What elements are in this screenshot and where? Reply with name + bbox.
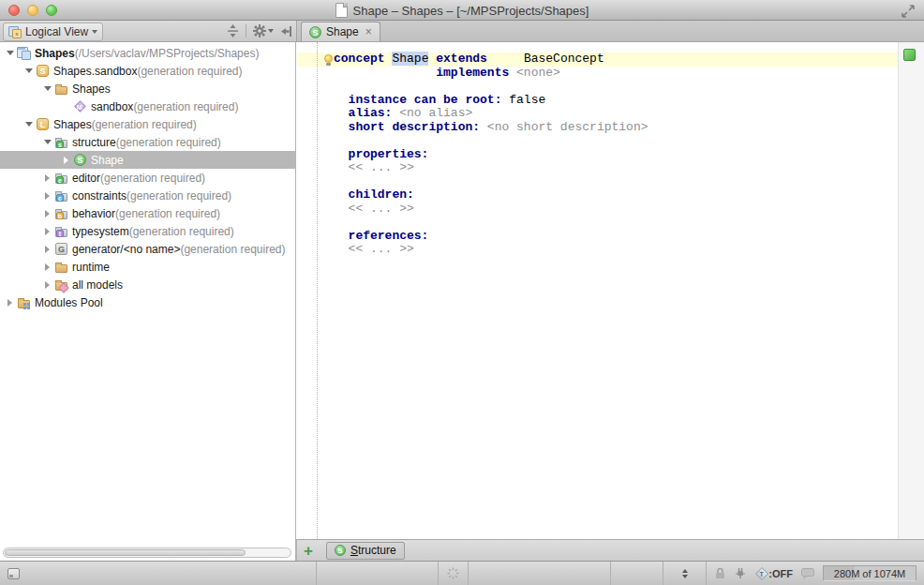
event-log-bubble-icon[interactable] <box>801 568 814 579</box>
code-line[interactable]: instance can be root: false <box>334 94 898 108</box>
keyword-text[interactable]: instance can be root: <box>349 93 502 107</box>
add-aspect-button[interactable]: + <box>304 543 313 559</box>
code-text[interactable] <box>509 66 516 80</box>
placeholder-text[interactable]: << ... >> <box>349 242 414 256</box>
expand-arrow-icon[interactable] <box>41 243 53 255</box>
code-line[interactable]: << ... >> <box>334 161 898 175</box>
tree-item-shapes[interactable]: LShapes (generation required) <box>0 115 295 133</box>
lock-icon[interactable] <box>715 567 725 579</box>
expand-arrow-icon[interactable] <box>41 207 53 219</box>
tree-item-generator-no-name[interactable]: Ggenerator/<no name> (generation require… <box>0 240 295 258</box>
status-selector-cell[interactable] <box>663 562 706 585</box>
code-text[interactable] <box>334 160 349 174</box>
expand-arrow-icon[interactable] <box>41 136 53 148</box>
keyword-text[interactable]: concept <box>334 52 385 66</box>
code-line[interactable] <box>334 216 898 230</box>
code-text[interactable]: false <box>501 93 545 107</box>
code-text[interactable] <box>334 202 349 216</box>
settings-gear-icon[interactable] <box>253 24 274 38</box>
expand-arrow-icon[interactable] <box>22 118 35 130</box>
concept-name-cell[interactable]: Shape <box>392 52 428 66</box>
tree-item-all-models[interactable]: all models <box>0 276 295 293</box>
placeholder-text[interactable]: <none> <box>516 66 560 80</box>
code-text[interactable] <box>334 93 349 107</box>
code-line[interactable]: short description: <no short description… <box>334 121 898 135</box>
hector-plug-icon[interactable] <box>734 567 747 580</box>
autoscroll-icon[interactable] <box>227 24 239 38</box>
code-text[interactable]: BaseConcept <box>524 52 604 66</box>
scrollbar-thumb[interactable] <box>5 549 246 556</box>
tree-item-sandbox[interactable]: Msandbox (generation required) <box>0 98 295 115</box>
code-line[interactable]: alias: <no alias> <box>334 107 898 121</box>
tree-item-shapes[interactable]: Shapes (/Users/vaclav/MPSProjects/Shapes… <box>0 44 295 62</box>
keyword-text[interactable]: implements <box>436 66 509 80</box>
tab-structure[interactable]: S Structure <box>326 542 405 560</box>
fullscreen-icon[interactable] <box>902 5 915 18</box>
intention-bulb-icon[interactable] <box>324 54 333 66</box>
hide-panel-icon[interactable] <box>280 25 292 38</box>
code-text[interactable] <box>334 147 349 161</box>
keyword-text[interactable]: properties: <box>349 147 429 161</box>
typesystem-toggle[interactable]: T :OFF <box>755 568 793 579</box>
code-text[interactable] <box>334 188 349 202</box>
placeholder-text[interactable]: <no short description> <box>487 120 648 134</box>
document-icon <box>335 3 348 18</box>
keyword-text[interactable]: references: <box>349 229 429 243</box>
error-stripe[interactable] <box>898 42 924 539</box>
expand-arrow-icon[interactable] <box>41 189 53 202</box>
tree-item-constraints[interactable]: cconstraints (generation required) <box>0 187 295 204</box>
toggle-toolwindow-bars-icon[interactable] <box>7 568 20 579</box>
placeholder-text[interactable]: << ... >> <box>349 202 414 216</box>
expand-arrow-icon[interactable] <box>41 261 53 273</box>
expand-arrow-icon[interactable] <box>22 65 35 77</box>
code-text[interactable] <box>334 120 349 134</box>
keyword-text[interactable]: short description: <box>349 120 480 134</box>
code-line[interactable] <box>334 80 898 94</box>
keyword-text[interactable]: children: <box>349 188 414 202</box>
code-line[interactable]: << ... >> <box>334 243 898 257</box>
tree-item-runtime[interactable]: runtime <box>0 258 295 276</box>
expand-arrow-icon[interactable] <box>41 278 53 291</box>
code-text[interactable] <box>334 229 349 243</box>
view-switcher-dropdown[interactable]: s Logical View <box>3 22 103 41</box>
expand-arrow-icon[interactable] <box>41 82 53 95</box>
code-line[interactable]: << ... >> <box>334 202 898 217</box>
concept-editor[interactable]: concept Shape extends BaseConcept implem… <box>297 42 898 539</box>
code-text[interactable] <box>334 66 436 80</box>
tree-item-structure[interactable]: sstructure (generation required) <box>0 133 295 151</box>
code-line[interactable]: references: <box>334 230 898 244</box>
horizontal-scrollbar[interactable] <box>3 548 291 558</box>
tree-item-editor[interactable]: eeditor (generation required) <box>0 169 295 187</box>
code-text[interactable] <box>334 106 349 120</box>
tree-item-modules-pool[interactable]: Modules Pool <box>0 293 295 311</box>
code-line[interactable]: children: <box>334 188 898 202</box>
close-tab-icon[interactable]: × <box>365 26 372 38</box>
expand-arrow-icon[interactable] <box>4 47 16 59</box>
expand-arrow-icon[interactable] <box>60 154 72 166</box>
background-tasks-icon[interactable] <box>447 567 459 579</box>
keyword-text[interactable]: alias: <box>349 106 393 120</box>
code-line[interactable]: implements <none> <box>334 67 898 81</box>
code-text[interactable] <box>480 120 487 134</box>
placeholder-text[interactable]: <no alias> <box>399 106 472 120</box>
expand-arrow-icon[interactable] <box>41 225 53 237</box>
code-line[interactable]: properties: <box>334 148 898 162</box>
placeholder-text[interactable]: << ... >> <box>349 160 414 174</box>
inspection-status-indicator[interactable] <box>903 49 916 61</box>
expand-arrow-icon[interactable] <box>41 172 53 184</box>
tree-item-shapes-sandbox[interactable]: SShapes.sandbox (generation required) <box>0 62 295 80</box>
code-line[interactable] <box>334 175 898 189</box>
tree-item-shapes[interactable]: Shapes <box>0 80 295 98</box>
tab-shape[interactable]: S Shape × <box>301 22 380 41</box>
keyword-text[interactable]: extends <box>436 52 487 66</box>
editor-code[interactable]: concept Shape extends BaseConcept implem… <box>318 52 898 257</box>
code-text[interactable] <box>487 52 524 66</box>
expand-arrow-icon[interactable] <box>4 296 16 308</box>
tree-item-shape[interactable]: SShape <box>0 151 295 169</box>
code-line[interactable]: concept Shape extends BaseConcept <box>334 52 898 67</box>
memory-indicator[interactable]: 280M of 1074M <box>823 565 917 581</box>
code-line[interactable] <box>334 134 898 148</box>
tree-item-behavior[interactable]: bbehavior (generation required) <box>0 204 295 222</box>
code-text[interactable] <box>334 242 349 256</box>
tree-item-typesystem[interactable]: ttypesystem (generation required) <box>0 222 295 240</box>
